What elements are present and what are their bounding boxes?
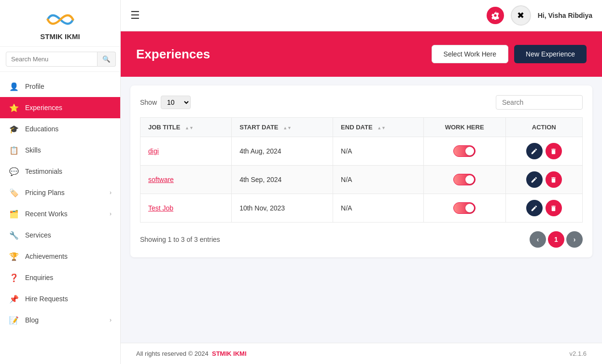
table-row: software4th Sep, 2024N/A [140, 166, 583, 194]
delete-icon [550, 148, 557, 155]
toggle-slider [453, 174, 476, 185]
sidebar: STMIK IKMI 🔍 👤 Profile ⭐ Experiences 🎓 E… [0, 0, 121, 364]
delete-button[interactable] [546, 200, 562, 216]
sidebar-item-enquiries[interactable]: ❓ Enquiries [0, 267, 120, 288]
main-content: ☰ ✖ Hi, Visha Ribdiya Experiences Select… [121, 0, 602, 364]
work-here-toggle[interactable] [453, 145, 476, 157]
edit-button[interactable] [526, 171, 543, 188]
pagination-prev-button[interactable]: ‹ [530, 231, 546, 248]
footer-version: v2.1.6 [570, 350, 587, 357]
sidebar-item-label: Profile [25, 83, 44, 90]
sidebar-item-blog[interactable]: 📝 Blog › [0, 309, 120, 331]
job-title-link[interactable]: digi [148, 147, 159, 155]
logo-icon [43, 9, 77, 30]
end-date-cell: N/A [333, 137, 424, 166]
table-search-input[interactable] [496, 95, 583, 110]
sort-arrows-icon[interactable]: ▲▼ [377, 126, 386, 130]
sidebar-item-label: Educations [25, 125, 58, 133]
sidebar-item-pricing-plans[interactable]: 🏷️ Pricing Plans › [0, 182, 120, 203]
work-here-toggle[interactable] [453, 202, 476, 214]
sidebar-item-recent-works[interactable]: 🗂️ Recent Works › [0, 203, 120, 224]
page-footer: All rights reserved © 2024 STMIK IKMI v2… [121, 343, 602, 364]
sidebar-item-label: Testimonials [25, 168, 62, 175]
delete-icon [550, 205, 557, 212]
table-footer: Showing 1 to 3 of 3 entries ‹ 1 › [140, 231, 583, 248]
work-here-cell [423, 166, 505, 194]
start-date-cell: 4th Aug, 2024 [232, 137, 333, 166]
toggle-slider [453, 202, 476, 214]
sidebar-item-skills[interactable]: 📋 Skills [0, 140, 120, 161]
delete-button[interactable] [546, 171, 562, 188]
page-title: Experiences [136, 47, 210, 62]
work-here-toggle[interactable] [453, 174, 476, 185]
sidebar-item-label: Blog [25, 316, 39, 324]
page-content: Experiences Select Work Here New Experie… [121, 31, 602, 343]
table-body: digi4th Aug, 2024N/A softwa [140, 137, 583, 223]
topbar-right: ✖ Hi, Visha Ribdiya [487, 5, 592, 26]
search-button[interactable]: 🔍 [98, 52, 116, 67]
col-work-here: WORK HERE [423, 118, 505, 137]
chevron-right-icon: › [110, 317, 112, 323]
job-title-link[interactable]: Test Job [148, 204, 173, 212]
chevron-right-icon: › [110, 210, 112, 217]
avatar: ✖ [511, 5, 531, 26]
sidebar-logo: STMIK IKMI [0, 0, 120, 47]
sidebar-item-hire-requests[interactable]: 📌 Hire Requests [0, 288, 120, 309]
start-date-cell: 10th Nov, 2023 [232, 194, 333, 223]
pagination-page-1-button[interactable]: 1 [548, 231, 564, 248]
showing-text: Showing 1 to 3 of 3 entries [140, 236, 220, 243]
table-row: digi4th Aug, 2024N/A [140, 137, 583, 166]
chevron-right-icon: › [110, 189, 112, 196]
action-cell [505, 166, 583, 194]
profile-icon: 👤 [9, 81, 19, 92]
sidebar-item-educations[interactable]: 🎓 Educations [0, 118, 120, 140]
action-cell [505, 137, 583, 166]
pagination-next-button[interactable]: › [566, 231, 583, 248]
col-end-date: END DATE ▲▼ [333, 118, 424, 137]
sidebar-item-testimonials[interactable]: 💬 Testimonials [0, 161, 120, 182]
testimonials-icon: 💬 [9, 166, 19, 177]
hamburger-menu[interactable]: ☰ [130, 9, 140, 22]
show-select[interactable]: 10 25 50 100 [161, 96, 191, 109]
start-date-cell: 4th Sep, 2024 [232, 166, 333, 194]
sidebar-item-experiences[interactable]: ⭐ Experiences [0, 97, 120, 118]
search-input[interactable] [6, 52, 98, 67]
sort-arrows-icon[interactable]: ▲▼ [283, 126, 292, 130]
hire-requests-icon: 📌 [9, 294, 19, 304]
topbar: ☰ ✖ Hi, Visha Ribdiya [121, 0, 602, 31]
sidebar-item-profile[interactable]: 👤 Profile [0, 76, 120, 97]
sidebar-item-achievements[interactable]: 🏆 Achievements [0, 246, 120, 267]
search-container: 🔍 [0, 47, 120, 72]
avatar-icon: ✖ [517, 10, 524, 21]
toggle-slider [453, 145, 476, 157]
action-cell [505, 194, 583, 223]
experiences-table: JOB TITLE ▲▼ START DATE ▲▼ END DATE ▲▼ W… [140, 117, 583, 223]
delete-icon [550, 176, 557, 183]
pricing-icon: 🏷️ [9, 187, 19, 198]
skills-icon: 📋 [9, 145, 19, 155]
sidebar-nav: 👤 Profile ⭐ Experiences 🎓 Educations 📋 S… [0, 72, 120, 364]
footer-brand: STMIK IKMI [212, 350, 247, 357]
enquiries-icon: ❓ [9, 272, 19, 283]
educations-icon: 🎓 [9, 124, 19, 134]
sidebar-item-label: Skills [25, 146, 41, 154]
end-date-cell: N/A [333, 166, 424, 194]
edit-button[interactable] [526, 143, 543, 159]
sort-arrows-icon[interactable]: ▲▼ [185, 126, 194, 130]
sidebar-item-label: Hire Requests [25, 295, 68, 303]
settings-button[interactable] [487, 7, 504, 24]
new-experience-button[interactable]: New Experience [514, 45, 587, 63]
delete-button[interactable] [546, 143, 562, 159]
end-date-cell: N/A [333, 194, 424, 223]
edit-button[interactable] [526, 200, 543, 216]
recent-works-icon: 🗂️ [9, 209, 19, 219]
sidebar-item-label: Services [25, 231, 51, 239]
work-here-cell [423, 194, 505, 223]
user-greeting: Hi, Visha Ribdiya [538, 12, 592, 19]
col-action: ACTION [505, 118, 583, 137]
select-work-button[interactable]: Select Work Here [432, 45, 508, 63]
sidebar-item-label: Pricing Plans [25, 189, 65, 196]
sidebar-item-label: Achievements [25, 252, 68, 260]
job-title-link[interactable]: software [148, 176, 174, 183]
sidebar-item-services[interactable]: 🔧 Services [0, 224, 120, 246]
